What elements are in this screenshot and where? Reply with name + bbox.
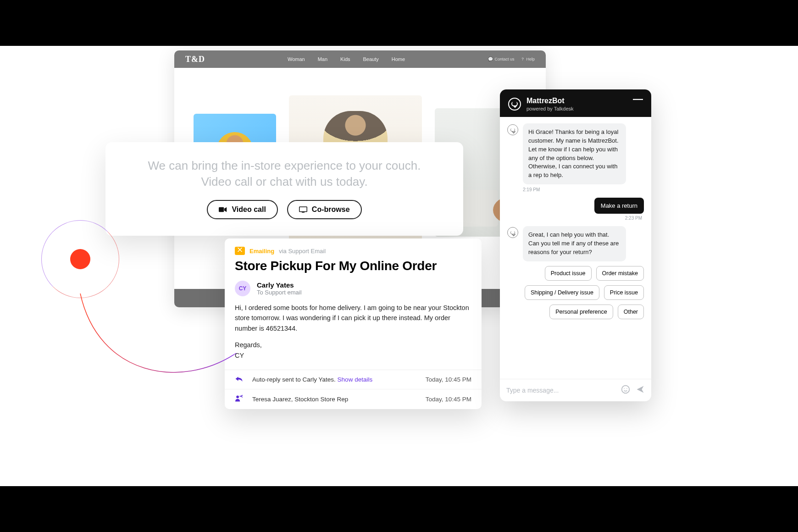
ecommerce-header: T&D Woman Man Kids Beauty Home 💬Contact … [174,50,546,68]
accent-dot-icon [70,249,90,269]
screen-share-icon [299,206,307,213]
bot-message: Great, I can help you with that. Can you… [523,226,626,261]
chat-composer [500,379,651,401]
svg-point-5 [624,388,625,389]
via-label: via Support Email [279,248,326,255]
log-timestamp: Today, 10:45 PM [426,376,471,383]
decorative-orbit [41,220,119,298]
promo-headline: We can bring the in-store experience to … [124,158,445,190]
help-icon: ？ [521,56,525,62]
show-details-link[interactable]: Show details [338,376,373,383]
minimize-button[interactable]: — [633,97,643,101]
svg-point-6 [626,388,627,389]
message-timestamp: 2:19 PM [523,187,644,192]
bot-avatar-icon [507,227,518,238]
nav-woman[interactable]: Woman [288,56,305,62]
chat-title: MattrezBot [526,97,574,105]
svg-rect-0 [219,207,224,212]
quick-reply-chips: Product issue Order mistake Shipping / D… [507,266,644,319]
chip-personal-preference[interactable]: Personal preference [549,305,613,319]
nav-kids[interactable]: Kids [340,56,350,62]
decorative-swoosh [80,294,273,413]
chip-other[interactable]: Other [618,305,644,319]
video-call-button[interactable]: Video call [207,200,277,219]
nav-home[interactable]: Home [392,56,405,62]
chat-transcript: Hi Grace! Thanks for being a loyal custo… [500,117,651,379]
contact-us-link[interactable]: 💬Contact us [488,57,514,61]
bot-avatar-icon [508,98,521,111]
svg-rect-2 [302,212,305,213]
svg-rect-1 [299,207,307,212]
emoji-icon[interactable] [621,385,630,396]
cobrowse-button[interactable]: Co-browse [287,200,362,219]
message-timestamp: 2:23 PM [507,216,642,221]
promo-card: We can bring the in-store experience to … [105,142,463,236]
mail-icon [235,247,245,255]
sender-name: Carly Yates [257,281,302,289]
help-link[interactable]: ？Help [521,56,535,62]
bot-message: Hi Grace! Thanks for being a loyal custo… [523,123,626,184]
send-icon[interactable] [636,385,645,396]
user-message: Make a return [594,198,644,214]
log-timestamp: Today, 10:45 PM [426,396,471,403]
email-subject: Store Pickup For My Online Order [235,259,471,273]
nav-beauty[interactable]: Beauty [363,56,379,62]
chip-order-mistake[interactable]: Order mistake [596,266,644,281]
video-camera-icon [219,206,227,213]
chip-shipping-delivery-issue[interactable]: Shipping / Delivery issue [525,285,599,300]
primary-nav: Woman Man Kids Beauty Home [288,56,405,62]
chip-product-issue[interactable]: Product issue [545,266,592,281]
svg-point-4 [622,386,630,393]
chat-subtitle: powered by Talkdesk [526,106,574,111]
chip-price-issue[interactable]: Price issue [604,285,644,300]
email-channel-meta: Emailing via Support Email [235,247,471,255]
chat-header: MattrezBot powered by Talkdesk — [500,89,651,117]
chat-widget: MattrezBot powered by Talkdesk — Hi Grac… [500,89,651,401]
message-input[interactable] [506,387,615,394]
channel-label: Emailing [249,248,274,255]
bot-avatar-icon [507,124,518,135]
nav-man[interactable]: Man [318,56,327,62]
brand-logo: T&D [185,55,205,64]
chat-bubble-icon: 💬 [488,57,493,61]
